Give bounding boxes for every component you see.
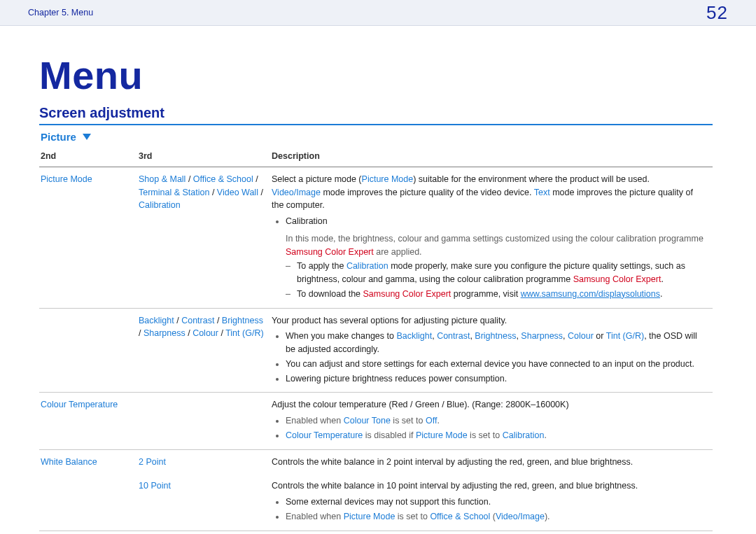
cell-description: Select a picture mode (Picture Mode) sui… (270, 167, 713, 308)
download-link[interactable]: www.samsung.com/displaysolutions (521, 289, 660, 299)
category-label: Picture (41, 131, 76, 143)
table-row: Colour Temperature Adjust the colour tem… (39, 393, 713, 449)
cell-adjust-list: Backlight / Contrast / Brightness / Shar… (137, 308, 270, 393)
chapter-label: Chapter 5. Menu (28, 8, 93, 17)
table-row: White Balance 2 Point Controls the white… (39, 449, 713, 474)
dash-item: To apply the Calibration mode properly, … (286, 260, 707, 286)
table-row: Picture Mode Shop & Mall / Office & Scho… (39, 167, 713, 308)
table-row: 10 Point Controls the white balance in 1… (39, 474, 713, 531)
col-3rd: 3rd (137, 147, 270, 167)
page-number: 52 (706, 2, 728, 24)
table-row: Backlight / Contrast / Brightness / Shar… (39, 308, 713, 393)
cell-description: Adjust the colour temperature (Red / Gre… (270, 393, 713, 449)
cell-colour-temperature: Colour Temperature (41, 400, 118, 409)
triangle-down-icon (83, 134, 91, 140)
page-body: Menu Screen adjustment Picture 2nd 3rd D… (0, 26, 756, 534)
section-heading: Screen adjustment (39, 105, 713, 121)
col-2nd: 2nd (39, 147, 137, 167)
category-row: Picture (41, 131, 713, 143)
cell-modes-list: Shop & Mall / Office & School / Terminal… (137, 167, 270, 308)
cell-white-balance: White Balance (41, 457, 97, 467)
col-description: Description (270, 147, 713, 167)
cell-description: Your product has several options for adj… (270, 308, 713, 393)
cell-description: Controls the white balance in 10 point i… (270, 474, 713, 531)
page-header: Chapter 5. Menu 52 (0, 0, 756, 26)
page-title: Menu (39, 52, 713, 98)
menu-table: 2nd 3rd Description Picture Mode Shop & … (39, 147, 713, 531)
section-rule (39, 124, 713, 125)
cell-picture-mode: Picture Mode (41, 174, 92, 184)
dash-item: To download the Samsung Color Expert pro… (286, 288, 707, 301)
